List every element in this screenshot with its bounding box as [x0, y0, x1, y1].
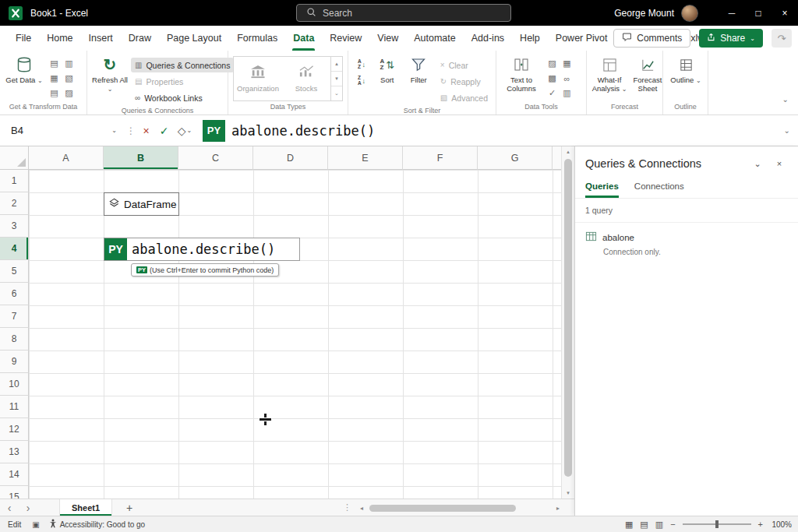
tab-help[interactable]: Help	[512, 26, 548, 51]
cells-canvas[interactable]: DataFrame PY abalone.describe() PY (Use …	[29, 170, 574, 499]
page-layout-view-icon[interactable]: ▤	[640, 520, 648, 530]
row-header-2[interactable]: 2	[0, 192, 29, 215]
zoom-slider-thumb[interactable]	[715, 520, 719, 528]
clear-filter-button[interactable]: × Clear	[436, 58, 492, 72]
scroll-up-icon[interactable]: ▴	[562, 149, 574, 155]
query-list-item[interactable]: abalone	[575, 223, 798, 245]
formula-input[interactable]: abalone.describe()	[231, 123, 375, 139]
sheet-bar-divider[interactable]: ⋮	[343, 502, 351, 513]
row-header-11[interactable]: 11	[0, 396, 29, 418]
name-box[interactable]: B4 ⌄	[0, 115, 125, 146]
tab-review[interactable]: Review	[322, 26, 369, 51]
tab-file[interactable]: File	[8, 26, 39, 51]
tab-power-pivot[interactable]: Power Pivot	[548, 26, 616, 51]
row-header-4[interactable]: 4	[0, 238, 29, 260]
row-header-10[interactable]: 10	[0, 373, 29, 396]
row-header-14[interactable]: 14	[0, 463, 29, 486]
relationships-icon[interactable]: ∞	[560, 71, 574, 86]
pane-tab-queries[interactable]: Queries	[585, 181, 619, 198]
vertical-scrollbar[interactable]: ▴ ▾	[561, 146, 574, 499]
column-header-f[interactable]: F	[403, 146, 478, 170]
column-header-g[interactable]: G	[478, 146, 553, 170]
enter-button[interactable]: ✓	[155, 125, 173, 137]
user-name[interactable]: George Mount	[614, 8, 674, 19]
sort-button[interactable]: AZ ⇅ Sort	[373, 54, 401, 84]
zoom-out-button[interactable]: −	[670, 520, 675, 529]
gallery-scroll-down-button[interactable]: ▾	[331, 72, 342, 86]
from-web-icon[interactable]: ▦	[47, 71, 62, 86]
cancel-button[interactable]: ×	[137, 125, 155, 137]
scroll-right-icon[interactable]: ▸	[553, 505, 563, 512]
gallery-more-button[interactable]: ⌄	[331, 86, 342, 100]
close-button[interactable]: ×	[772, 0, 798, 26]
zoom-in-button[interactable]: +	[758, 520, 763, 529]
what-if-analysis-button[interactable]: What-If Analysis ⌄	[591, 54, 627, 93]
pane-tab-connections[interactable]: Connections	[634, 181, 684, 198]
vertical-scrollbar-thumb[interactable]	[564, 159, 572, 477]
horizontal-scrollbar-thumb[interactable]	[369, 505, 516, 512]
tab-home[interactable]: Home	[39, 26, 80, 51]
refresh-all-button[interactable]: ↻ Refresh All ⌄	[92, 54, 128, 93]
tab-automate[interactable]: Automate	[406, 26, 464, 51]
text-to-columns-button[interactable]: Text to Columns	[501, 54, 542, 93]
tab-insert[interactable]: Insert	[81, 26, 121, 51]
consolidate-icon[interactable]: ▦	[560, 56, 574, 71]
column-header-d[interactable]: D	[253, 146, 328, 170]
queries-connections-button[interactable]: ▥ Queries & Connections	[131, 58, 234, 72]
existing-connections-icon[interactable]: ▧	[62, 71, 76, 86]
row-header-6[interactable]: 6	[0, 283, 29, 305]
filter-button[interactable]: Filter	[404, 54, 433, 84]
next-sheet-button[interactable]: ›	[19, 500, 37, 516]
cell-b2-dataframe[interactable]: DataFrame	[104, 192, 179, 216]
pane-close-icon[interactable]: ×	[768, 159, 790, 168]
tab-page-layout[interactable]: Page Layout	[159, 26, 229, 51]
row-header-3[interactable]: 3	[0, 215, 29, 238]
pane-options-chevron-icon[interactable]: ⌄	[747, 159, 768, 169]
row-header-5[interactable]: 5	[0, 260, 29, 283]
minimize-button[interactable]: ─	[719, 0, 745, 26]
sort-za-button[interactable]: ZA ↓	[353, 73, 370, 88]
tab-data[interactable]: Data	[285, 26, 322, 51]
row-header-9[interactable]: 9	[0, 351, 29, 373]
sort-az-button[interactable]: AZ ↓	[353, 57, 370, 72]
zoom-level[interactable]: 100%	[770, 520, 792, 529]
accessibility-checker[interactable]: Accessibility: Good to go	[49, 519, 146, 530]
maximize-button[interactable]: □	[745, 0, 772, 26]
flash-fill-icon[interactable]: ▨	[545, 56, 560, 71]
row-header-15[interactable]: 15	[0, 486, 29, 499]
row-header-1[interactable]: 1	[0, 170, 29, 192]
share-button[interactable]: Share ⌄	[699, 29, 763, 48]
normal-view-icon[interactable]: ▦	[625, 520, 633, 530]
prev-sheet-button[interactable]: ‹	[0, 500, 19, 516]
manage-data-model-icon[interactable]: ▥	[560, 86, 574, 100]
reapply-button[interactable]: ↻ Reapply	[436, 74, 492, 89]
stocks-data-type[interactable]: Stocks	[282, 57, 330, 100]
gallery-scroll-up-button[interactable]: ▴	[331, 57, 342, 72]
properties-button[interactable]: ▤ Properties	[131, 74, 234, 89]
avatar[interactable]	[681, 5, 698, 22]
get-data-button[interactable]: Get Data ⌄	[5, 54, 44, 84]
collapse-ribbon-button[interactable]: ⌄	[782, 95, 789, 104]
expand-formula-bar-button[interactable]: ⌄	[784, 126, 790, 135]
tab-draw[interactable]: Draw	[121, 26, 159, 51]
search-box[interactable]: Search	[296, 4, 511, 22]
column-header-a[interactable]: A	[29, 146, 104, 170]
record-macro-icon[interactable]: ▣	[32, 520, 39, 529]
from-table-range-icon[interactable]: ▤	[47, 86, 62, 100]
data-type-button[interactable]: ◇ ⌄	[173, 125, 196, 137]
advanced-filter-button[interactable]: ▧ Advanced	[436, 90, 492, 105]
recent-sources-icon[interactable]: ▥	[62, 56, 76, 71]
comments-button[interactable]: Comments	[613, 29, 690, 48]
page-break-view-icon[interactable]: ▥	[655, 520, 663, 530]
excel-app-icon[interactable]	[8, 5, 23, 21]
outline-button[interactable]: Outline ⌄	[668, 54, 704, 84]
add-sheet-button[interactable]: +	[126, 502, 132, 514]
horizontal-scrollbar[interactable]: ◂ ▸	[357, 502, 563, 513]
column-header-b[interactable]: B	[104, 146, 178, 170]
scroll-down-icon[interactable]: ▾	[562, 490, 574, 496]
column-header-c[interactable]: C	[178, 146, 253, 170]
row-header-13[interactable]: 13	[0, 441, 29, 463]
remove-duplicates-icon[interactable]: ▩	[545, 71, 560, 86]
replay-button[interactable]: ↷	[772, 29, 792, 48]
workbook-links-button[interactable]: ∞ Workbook Links	[131, 90, 234, 105]
